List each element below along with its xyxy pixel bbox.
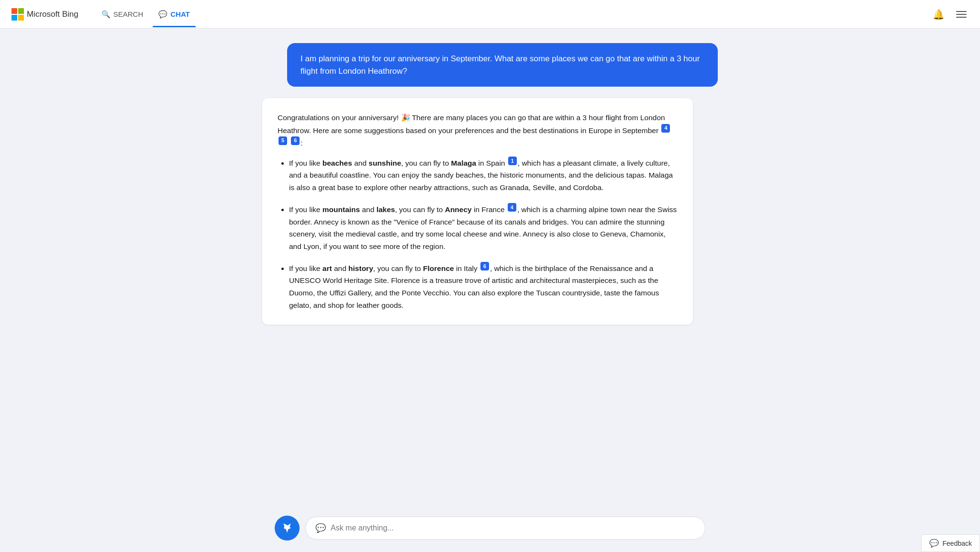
list-item: If you like mountains and lakes, you can…: [289, 203, 678, 252]
bing-logo[interactable]: Microsoft Bing: [11, 8, 78, 21]
menu-button[interactable]: [954, 9, 969, 20]
destination-florence: Florence: [423, 264, 454, 272]
nav-search-label: SEARCH: [113, 10, 144, 18]
citation-6b[interactable]: 6: [480, 262, 489, 270]
bold-lakes: lakes: [377, 205, 395, 214]
user-message-text: I am planning a trip for our anniversary…: [301, 54, 700, 76]
nav-chat-label: CHAT: [170, 10, 190, 18]
bold-history: history: [348, 264, 373, 272]
citation-6[interactable]: 6: [291, 136, 300, 145]
chat-icon: 💬: [158, 10, 167, 19]
user-message: I am planning a trip for our anniversary…: [287, 43, 718, 87]
input-chat-icon: 💬: [315, 523, 326, 533]
input-field-wrap: 💬: [305, 517, 705, 540]
search-icon: 🔍: [101, 10, 111, 19]
microsoft-logo-icon: [11, 8, 24, 21]
destination-malaga: Malaga: [451, 159, 477, 167]
bing-logo-text: Microsoft Bing: [27, 10, 78, 19]
bold-art: art: [323, 264, 332, 272]
menu-bar-3: [956, 17, 967, 18]
citation-4b[interactable]: 4: [508, 203, 516, 212]
nav-chat[interactable]: 💬 CHAT: [153, 1, 196, 27]
notifications-button[interactable]: 🔔: [931, 7, 947, 22]
bing-icon: [281, 522, 293, 534]
destination-annecy: Annecy: [445, 205, 472, 214]
list-item: If you like art and history, you can fly…: [289, 262, 678, 311]
feedback-icon: 💬: [929, 539, 939, 548]
ai-intro: Congratulations on your anniversary! 🎉 T…: [278, 112, 678, 149]
chat-input[interactable]: [331, 524, 695, 532]
bold-mountains: mountains: [323, 205, 360, 214]
citation-5[interactable]: 5: [278, 136, 287, 145]
bold-beaches: beaches: [323, 159, 352, 167]
feedback-button[interactable]: 💬 Feedback: [921, 534, 980, 552]
header-right: 🔔: [931, 7, 969, 22]
menu-bar-1: [956, 11, 967, 12]
destination-list: If you like beaches and sunshine, you ca…: [278, 157, 678, 311]
bold-sunshine: sunshine: [368, 159, 401, 167]
input-bar: 💬: [0, 508, 980, 552]
input-bar-inner: 💬: [275, 516, 705, 541]
bing-chat-button[interactable]: [275, 516, 300, 541]
menu-bar-2: [956, 14, 967, 15]
citation-1[interactable]: 1: [508, 157, 517, 165]
feedback-label: Feedback: [943, 540, 972, 547]
citation-4[interactable]: 4: [661, 124, 670, 133]
ai-response: Congratulations on your anniversary! 🎉 T…: [262, 98, 693, 325]
header: Microsoft Bing 🔍 SEARCH 💬 CHAT 🔔: [0, 0, 980, 29]
nav-search[interactable]: 🔍 SEARCH: [96, 1, 149, 27]
main-content: I am planning a trip for our anniversary…: [251, 29, 729, 552]
main-nav: 🔍 SEARCH 💬 CHAT: [96, 1, 196, 27]
list-item: If you like beaches and sunshine, you ca…: [289, 157, 678, 193]
